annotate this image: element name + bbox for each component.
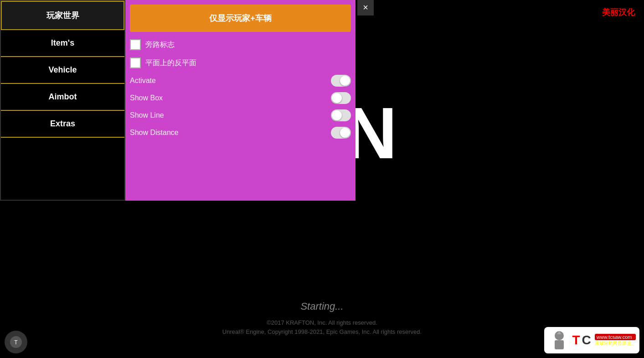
show-box-knob xyxy=(332,93,342,103)
bypass-label: 旁路标志 xyxy=(145,40,175,50)
bottom-left-icon: T xyxy=(5,331,27,353)
activate-toggle-row: Activate xyxy=(130,74,351,88)
show-line-knob xyxy=(332,110,342,120)
tc-t: T xyxy=(572,333,580,348)
tc-logo-box: T C www.tcsaw.com 屠城辅助网@辞途。 xyxy=(544,327,640,353)
copyright2: Unreal® Engine, Copyright 1998-2021, Epi… xyxy=(222,328,422,335)
antiplane-label: 平面上的反平面 xyxy=(145,58,196,68)
overlay-panel: 玩家世界 Item's Vehicle Aimbot Extras × 仅显示玩… xyxy=(0,0,355,201)
right-panel: × 仅显示玩家+车辆 旁路标志 平面上的反平面 Activate Show Bo… xyxy=(125,0,355,201)
copyright1: ©2017 KRAFTON, Inc. All rights reserved. xyxy=(267,319,377,326)
sidebar-item-vehicle[interactable]: Vehicle xyxy=(1,57,124,84)
tc-site: www.tcsaw.com xyxy=(595,334,636,340)
activate-toggle[interactable] xyxy=(331,75,351,87)
soldier-icon xyxy=(548,329,571,352)
show-box-toggle-row: Show Box xyxy=(130,91,351,105)
show-distance-toggle-row: Show Distance xyxy=(130,126,351,140)
svg-text:T: T xyxy=(14,339,18,346)
show-distance-label: Show Distance xyxy=(130,129,179,137)
show-line-label: Show Line xyxy=(130,111,164,119)
show-players-vehicles-button[interactable]: 仅显示玩家+车辆 xyxy=(130,5,351,32)
close-button[interactable]: × xyxy=(357,0,374,16)
sidebar-item-extras[interactable]: Extras xyxy=(1,111,124,138)
tc-logo-area: T C www.tcsaw.com 屠城辅助网@辞途。 xyxy=(544,327,640,353)
checkbox-bypass-row: 旁路标志 xyxy=(130,37,351,52)
activate-label: Activate xyxy=(130,77,156,85)
tc-text-col: www.tcsaw.com 屠城辅助网@辞途。 xyxy=(595,334,636,347)
show-distance-toggle[interactable] xyxy=(331,127,351,139)
show-line-toggle-row: Show Line xyxy=(130,109,351,122)
checkbox-antiplane-row: 平面上的反平面 xyxy=(130,56,351,70)
tc-username: 屠城辅助网@辞途。 xyxy=(595,340,636,347)
sidebar-item-player-world[interactable]: 玩家世界 xyxy=(1,1,124,30)
show-box-label: Show Box xyxy=(130,94,163,102)
activate-knob xyxy=(340,76,350,86)
tc-c: C xyxy=(582,333,591,348)
antiplane-checkbox[interactable] xyxy=(130,57,141,68)
starting-text: Starting... xyxy=(300,301,343,312)
show-line-toggle[interactable] xyxy=(331,109,351,121)
show-box-toggle[interactable] xyxy=(331,92,351,104)
brand-label: 美丽汉化 xyxy=(602,7,635,18)
sidebar-item-aimbot[interactable]: Aimbot xyxy=(1,84,124,111)
svg-rect-3 xyxy=(555,340,564,349)
sidebar-item-items[interactable]: Item's xyxy=(1,30,124,57)
sidebar: 玩家世界 Item's Vehicle Aimbot Extras xyxy=(0,0,125,201)
bypass-checkbox[interactable] xyxy=(130,39,141,50)
show-distance-knob xyxy=(340,128,350,138)
